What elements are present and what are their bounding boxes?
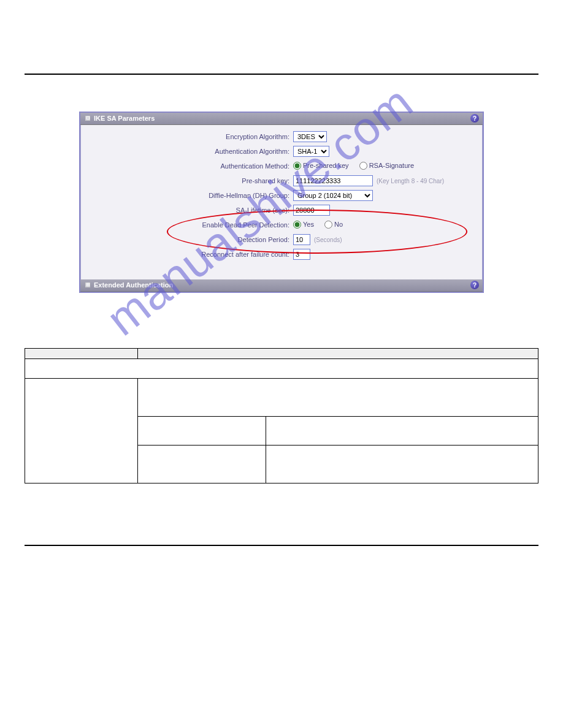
detection-period-input[interactable] [293, 234, 310, 245]
detection-period-label: Detection Period: [87, 236, 289, 243]
section-gap [80, 268, 483, 279]
reconnect-count-input[interactable] [293, 249, 310, 260]
authentication-algorithm-select[interactable]: SHA-1 [293, 146, 329, 157]
rsa-signature-radio-label: RSA-Signature [369, 162, 414, 169]
table-cell [138, 417, 266, 446]
ike-sa-parameters-body: Encryption Algorithm: 3DES Authenticatio… [80, 125, 483, 268]
dpd-enable-label: Enable Dead Peer Detection: [87, 221, 289, 229]
table-cell [266, 446, 538, 483]
table-cell [138, 379, 538, 417]
pre-shared-key-label: Pre-shared key: [87, 177, 289, 184]
pre-shared-key-radio[interactable]: Pre-shared key [293, 162, 349, 170]
dpd-no-radio[interactable]: No [324, 221, 343, 229]
extended-authentication-header[interactable]: ⊞ Extended Authentication ? [80, 279, 483, 292]
sa-lifetime-input[interactable] [293, 205, 330, 216]
authentication-algorithm-label: Authentication Algorithm: [87, 148, 289, 155]
rsa-signature-radio[interactable]: RSA-Signature [359, 162, 414, 170]
pre-shared-key-hint: (Key Length 8 - 49 Char) [377, 178, 444, 184]
settings-panel: ⊟ IKE SA Parameters ? Encryption Algorit… [79, 112, 484, 293]
dh-group-select[interactable]: Group 2 (1024 bit) [293, 190, 373, 201]
reconnect-count-label: Reconnect after failure count: [87, 251, 289, 258]
dpd-yes-radio-input[interactable] [293, 221, 301, 229]
table-cell [138, 446, 266, 483]
spec-table [25, 348, 538, 483]
dpd-yes-radio[interactable]: Yes [293, 221, 314, 229]
ike-sa-parameters-header[interactable]: ⊟ IKE SA Parameters ? [80, 113, 483, 125]
section-title-1: IKE SA Parameters [94, 115, 155, 122]
table-row [25, 379, 538, 417]
table-header-row [25, 349, 538, 359]
rsa-signature-radio-input[interactable] [359, 162, 367, 170]
encryption-algorithm-label: Encryption Algorithm: [87, 133, 289, 140]
table-cell [266, 417, 538, 446]
dpd-yes-radio-label: Yes [303, 221, 314, 228]
table-header-2 [138, 349, 538, 359]
table-cell [25, 379, 138, 483]
pre-shared-key-radio-label: Pre-shared key [303, 162, 349, 169]
expand-icon[interactable]: ⊞ [85, 282, 90, 287]
pre-shared-key-radio-input[interactable] [293, 162, 301, 170]
table-row [25, 359, 538, 379]
help-icon[interactable]: ? [470, 281, 479, 289]
encryption-algorithm-select[interactable]: 3DES [293, 131, 327, 142]
pre-shared-key-input[interactable] [293, 175, 373, 186]
section-title-2: Extended Authentication [94, 281, 173, 289]
collapse-icon[interactable]: ⊟ [85, 116, 90, 121]
dh-group-label: Diffie-Hellman (DH) Group: [87, 192, 289, 199]
sa-lifetime-label: SA-Lifetime (sec): [87, 207, 289, 214]
table-cell [25, 359, 538, 379]
help-icon[interactable]: ? [470, 114, 479, 123]
dpd-no-radio-input[interactable] [324, 221, 332, 229]
table-header-1 [25, 349, 138, 359]
authentication-method-label: Authentication Method: [87, 162, 289, 170]
dpd-no-radio-label: No [334, 221, 343, 228]
detection-period-hint: (Seconds) [314, 237, 342, 243]
